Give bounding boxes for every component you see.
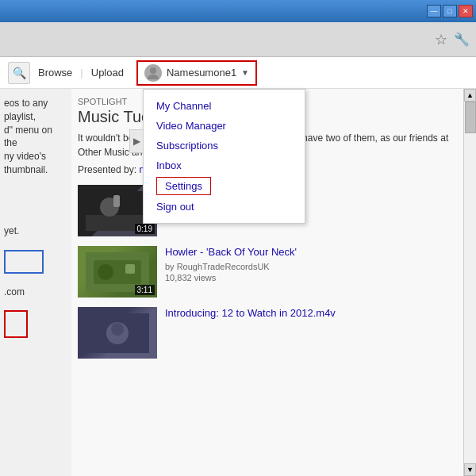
menu-item-sign-out[interactable]: Sign out bbox=[144, 197, 305, 217]
left-panel: eos to any playlist, d" menu on the ny v… bbox=[0, 89, 71, 476]
dropdown-arrow-icon: ▼ bbox=[241, 68, 249, 77]
video-channel-2: by RoughTradeRecordsUK bbox=[165, 262, 454, 271]
upload-link[interactable]: Upload bbox=[91, 67, 124, 79]
browser-chrome: ☆ 🔧 bbox=[0, 22, 476, 57]
video-item: 3:11 Howler - 'Back Of Your Neck' by Rou… bbox=[78, 246, 454, 298]
video-title-3[interactable]: Introducing: 12 to Watch in 2012.m4v bbox=[165, 307, 454, 321]
svg-rect-5 bbox=[113, 195, 120, 207]
minimize-button[interactable]: — bbox=[427, 5, 441, 17]
partial-text: eos to any playlist, d" menu on the ny v… bbox=[0, 89, 71, 185]
title-bar: — □ ✕ bbox=[0, 0, 476, 22]
bookmark-star-icon[interactable]: ☆ bbox=[435, 31, 447, 48]
browse-link[interactable]: Browse bbox=[38, 67, 72, 79]
avatar bbox=[144, 64, 162, 82]
scroll-up-button[interactable]: ▲ bbox=[464, 89, 476, 102]
video-info-3: Introducing: 12 to Watch in 2012.m4v bbox=[165, 307, 454, 323]
close-button[interactable]: ✕ bbox=[459, 5, 473, 17]
video-info-2: Howler - 'Back Of Your Neck' by RoughTra… bbox=[165, 246, 454, 282]
video-duration-2: 3:11 bbox=[135, 285, 155, 295]
partial-blue-box bbox=[4, 250, 44, 274]
nav-divider: | bbox=[80, 67, 83, 79]
video-thumbnail-3[interactable] bbox=[78, 307, 157, 359]
svg-point-8 bbox=[98, 264, 113, 280]
scroll-track[interactable] bbox=[464, 102, 476, 463]
menu-item-inbox[interactable]: Inbox bbox=[144, 155, 305, 175]
menu-item-settings[interactable]: Settings bbox=[156, 177, 211, 195]
dropdown-menu: ▶ My Channel Video Manager Subscriptions… bbox=[143, 89, 305, 224]
video-item: Introducing: 12 to Watch in 2012.m4v bbox=[78, 307, 454, 359]
menu-item-subscriptions[interactable]: Subscriptions bbox=[144, 136, 305, 155]
arrow-right-icon: ▶ bbox=[133, 136, 140, 147]
svg-rect-9 bbox=[125, 264, 135, 274]
user-dropdown[interactable]: Namesumone1 ▼ bbox=[136, 60, 257, 86]
menu-item-video-manager[interactable]: Video Manager bbox=[144, 116, 305, 136]
settings-item-wrap: Settings bbox=[144, 175, 305, 197]
video-title-2[interactable]: Howler - 'Back Of Your Neck' bbox=[165, 246, 454, 259]
main-content: eos to any playlist, d" menu on the ny v… bbox=[0, 89, 476, 476]
search-icon: 🔍 bbox=[13, 67, 26, 79]
nav-bar: 🔍 Browse | Upload Namesumone1 ▼ bbox=[0, 57, 476, 89]
settings-wrench-icon[interactable]: 🔧 bbox=[454, 32, 470, 47]
svg-point-12 bbox=[111, 323, 124, 336]
maximize-button[interactable]: □ bbox=[443, 5, 457, 17]
scrollbar[interactable]: ▲ ▼ bbox=[463, 89, 476, 476]
search-button[interactable]: 🔍 bbox=[8, 62, 30, 84]
video-thumbnail-2[interactable]: 3:11 bbox=[78, 246, 157, 298]
partial-red-box bbox=[4, 310, 28, 338]
svg-point-0 bbox=[150, 67, 156, 74]
scroll-thumb[interactable] bbox=[465, 102, 476, 133]
svg-point-1 bbox=[148, 75, 159, 79]
menu-item-my-channel[interactable]: My Channel bbox=[144, 96, 305, 116]
dropdown-panel-arrow[interactable]: ▶ bbox=[129, 129, 144, 153]
user-name-label: Namesumone1 bbox=[167, 67, 236, 79]
video-views-2: 10,832 views bbox=[165, 273, 454, 282]
scroll-down-button[interactable]: ▼ bbox=[464, 463, 476, 476]
video-duration-1: 0:19 bbox=[135, 224, 155, 234]
